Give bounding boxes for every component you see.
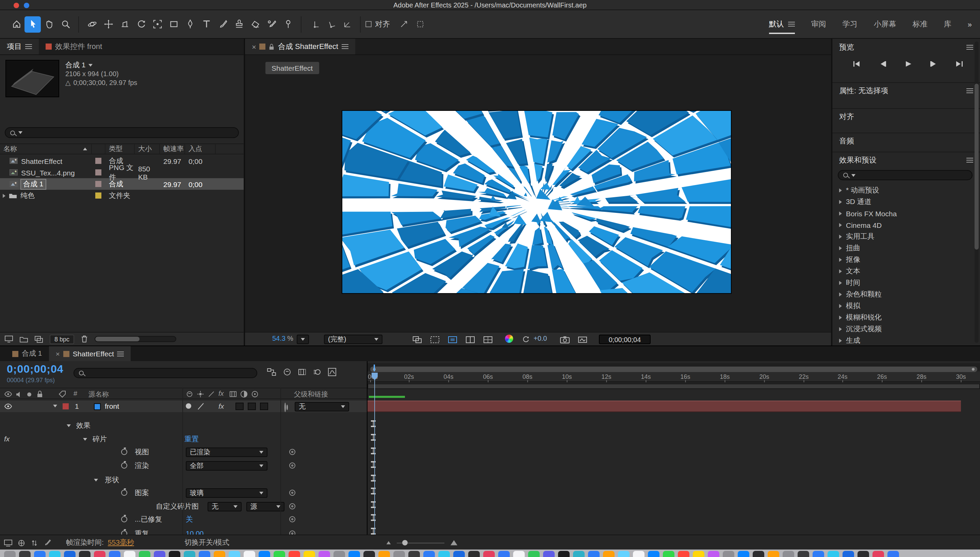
navigator-handle-right[interactable] <box>972 368 975 370</box>
dock-app-icon[interactable] <box>678 551 689 557</box>
project-scrollbar[interactable] <box>95 336 176 342</box>
chevron-down-icon[interactable] <box>88 64 93 66</box>
toggle-switches-modes-button[interactable]: 切换开关/模式 <box>185 538 229 547</box>
layer-duration-bar[interactable] <box>368 401 961 412</box>
source-name-column[interactable]: 源名称 <box>88 390 109 399</box>
dock-app-icon[interactable] <box>169 551 180 557</box>
dock-app-icon[interactable] <box>79 551 90 557</box>
dock-app-icon[interactable] <box>513 551 525 557</box>
layer-fx-badge[interactable]: fx <box>219 402 224 410</box>
snap-scope-button[interactable] <box>412 16 428 32</box>
solid-color-swatch[interactable] <box>94 403 101 410</box>
property-row-pattern[interactable]: 图案 玻璃 <box>0 487 367 499</box>
chevron-right-icon[interactable] <box>3 194 5 197</box>
column-name[interactable]: 名称 <box>0 144 92 154</box>
switch-box[interactable] <box>235 402 243 410</box>
dolly-camera-tool[interactable] <box>116 16 133 32</box>
effects-category[interactable]: 抠像 <box>832 254 970 265</box>
dock-app-icon[interactable] <box>259 551 270 557</box>
dock-app-icon[interactable] <box>139 551 150 557</box>
dock-app-icon[interactable] <box>872 551 884 557</box>
label-color-swatch[interactable] <box>95 169 101 176</box>
layer-row[interactable]: 1 front fx 无 <box>0 401 367 412</box>
new-folder-icon[interactable] <box>20 336 28 342</box>
source-dropdown[interactable]: 源 <box>247 502 284 511</box>
property-value-link[interactable]: 关 <box>186 515 193 524</box>
trash-icon[interactable] <box>81 335 88 343</box>
dock-app-icon[interactable] <box>333 551 345 557</box>
timeline-tab-comp1[interactable]: 合成 1 <box>5 346 49 361</box>
dock-app-icon[interactable] <box>843 551 854 557</box>
panel-menu-icon[interactable] <box>341 44 348 49</box>
dock-app-icon[interactable] <box>498 551 510 557</box>
dock-app-icon[interactable] <box>49 551 60 557</box>
switch-box[interactable] <box>248 402 256 410</box>
dock-app-icon[interactable] <box>94 551 106 557</box>
zoom-slider-knob[interactable] <box>402 540 408 546</box>
audio-header[interactable]: 音频 <box>832 133 980 149</box>
lock-icon[interactable] <box>37 390 43 398</box>
properties-header[interactable]: 属性: 无选择项 <box>832 82 980 99</box>
workspace-default[interactable]: 默认 <box>769 19 795 29</box>
pickwhip-icon[interactable] <box>289 516 296 522</box>
dock-app-icon[interactable] <box>34 551 46 557</box>
zoom-window-button[interactable] <box>24 2 29 8</box>
property-row-custom-map[interactable]: 自定义碎片图 无 源 <box>0 500 367 513</box>
quality-icon[interactable] <box>207 390 215 398</box>
workspace-small-screen[interactable]: 小屏幕 <box>874 19 896 29</box>
timeline-navigator[interactable] <box>368 363 980 371</box>
column-label-color[interactable] <box>92 144 106 154</box>
interpret-footage-icon[interactable] <box>5 335 13 343</box>
dock-app-icon[interactable] <box>798 551 809 557</box>
dock-app-icon[interactable] <box>408 551 420 557</box>
dock-app-icon[interactable] <box>229 551 240 557</box>
sort-arrows-icon[interactable] <box>31 539 38 546</box>
quality-toggle[interactable] <box>186 403 191 409</box>
reset-link[interactable]: 重置 <box>185 435 199 444</box>
first-frame-button[interactable] <box>851 60 861 67</box>
stopwatch-icon[interactable] <box>121 516 127 522</box>
effects-category[interactable]: 3D 通道 <box>832 196 970 207</box>
new-composition-icon[interactable] <box>35 336 43 342</box>
resolution-dropdown[interactable]: (完整) <box>324 335 382 344</box>
dock-app-icon[interactable] <box>378 551 390 557</box>
timeline-search-input[interactable] <box>74 368 257 378</box>
project-search-input[interactable] <box>5 127 239 138</box>
dock-app-icon[interactable] <box>438 551 450 557</box>
render-time-value[interactable]: 553毫秒 <box>108 538 134 547</box>
table-row[interactable]: SSU_Tex...4.png PNG 文件 850 KB <box>0 167 243 178</box>
dock-app-icon[interactable] <box>782 551 794 557</box>
adjustment-column-icon[interactable] <box>251 390 259 398</box>
dock-app-icon[interactable] <box>184 551 195 557</box>
brush-tool[interactable] <box>214 16 231 32</box>
dock-app-icon[interactable] <box>348 551 360 557</box>
dock-app-icon[interactable] <box>588 551 599 557</box>
camera-tool[interactable] <box>149 16 165 32</box>
effects-category[interactable]: 沉浸式视频 <box>832 323 970 335</box>
dock-app-icon[interactable] <box>19 551 31 557</box>
mask-visibility-button[interactable] <box>428 335 442 344</box>
switch-box[interactable] <box>260 402 268 410</box>
dock-app-icon[interactable] <box>693 551 704 557</box>
zoom-dropdown[interactable] <box>297 335 309 344</box>
property-row-view[interactable]: 视图 已渲染 <box>0 446 367 458</box>
pickwhip-icon[interactable] <box>289 463 296 469</box>
dock-app-icon[interactable] <box>573 551 585 557</box>
close-tab-icon[interactable]: × <box>56 350 60 358</box>
home-tool[interactable] <box>8 16 24 32</box>
effects-category[interactable]: 文本 <box>832 265 970 277</box>
performance-icon[interactable] <box>18 539 25 546</box>
dock-app-icon[interactable] <box>468 551 480 557</box>
table-row[interactable]: 纯色 文件夹 <box>0 190 243 201</box>
clone-stamp-tool[interactable] <box>231 16 247 32</box>
hand-tool[interactable] <box>41 16 57 32</box>
label-color-swatch[interactable] <box>95 158 101 164</box>
dock-app-icon[interactable] <box>738 551 749 557</box>
dock-app-icon[interactable] <box>813 551 824 557</box>
timeline-zoom-slider[interactable] <box>397 542 444 543</box>
frame-blend-icon[interactable] <box>298 368 306 376</box>
pen-tool[interactable] <box>182 16 198 32</box>
dock-app-icon[interactable] <box>199 551 210 557</box>
effects-category[interactable]: 杂色和颗粒 <box>832 288 970 300</box>
motion-blur-column-icon[interactable] <box>240 390 248 398</box>
